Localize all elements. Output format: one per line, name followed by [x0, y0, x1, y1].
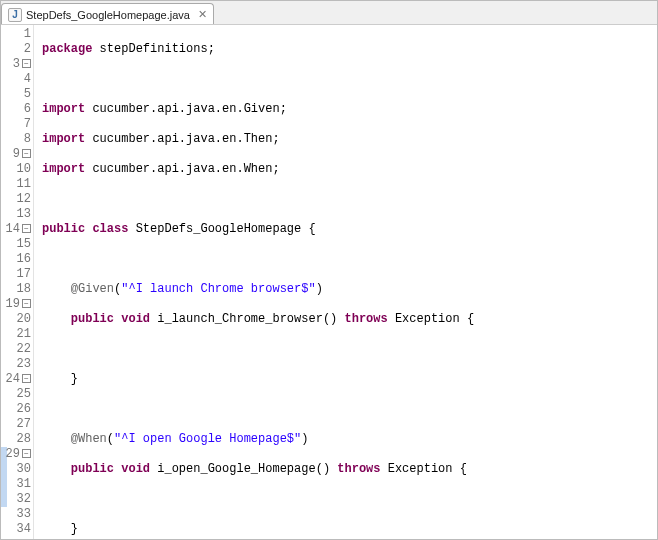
string-literal: "^I open Google Homepage$" — [114, 432, 301, 446]
keyword: import — [42, 162, 85, 176]
keyword: void — [121, 312, 150, 326]
tab-filename: StepDefs_GoogleHomepage.java — [26, 9, 190, 21]
code-text: StepDefs_GoogleHomepage { — [128, 222, 315, 236]
line-number: 17 — [15, 267, 31, 282]
line-number: 20 — [15, 312, 31, 327]
line-number: 23 — [15, 357, 31, 372]
fold-icon[interactable]: − — [22, 149, 31, 158]
close-icon[interactable]: ✕ — [198, 8, 207, 21]
keyword: public — [71, 312, 114, 326]
line-number-gutter: 1 2 3− 4 5 6 7 8 9− 10 11 12 13 14− 15 1… — [1, 25, 33, 539]
line-number: 16 — [15, 252, 31, 267]
keyword: throws — [337, 462, 380, 476]
annotation: @Given — [71, 282, 114, 296]
line-number: 25 — [15, 387, 31, 402]
line-number: 4 — [15, 72, 31, 87]
keyword: public — [71, 462, 114, 476]
fold-icon[interactable]: − — [22, 59, 31, 68]
line-number: 26 — [15, 402, 31, 417]
line-number: 30 — [15, 462, 31, 477]
line-number: 34 — [15, 522, 31, 537]
keyword: package — [42, 42, 92, 56]
line-number: 14 — [4, 222, 20, 237]
editor-tab[interactable]: J StepDefs_GoogleHomepage.java ✕ — [1, 3, 214, 24]
code-text: Exception { — [388, 312, 474, 326]
editor-tab-bar: J StepDefs_GoogleHomepage.java ✕ — [1, 1, 657, 25]
line-number: 13 — [15, 207, 31, 222]
code-text: } — [71, 522, 78, 536]
line-number: 10 — [15, 162, 31, 177]
code-editor[interactable]: 1 2 3− 4 5 6 7 8 9− 10 11 12 13 14− 15 1… — [1, 25, 657, 539]
code-text: Exception { — [381, 462, 467, 476]
line-number: 32 — [15, 492, 31, 507]
java-file-icon: J — [8, 8, 22, 22]
code-text: cucumber.api.java.en.Given; — [85, 102, 287, 116]
line-number: 1 — [15, 27, 31, 42]
line-number: 5 — [15, 87, 31, 102]
line-number: 33 — [15, 507, 31, 522]
code-text: ) — [301, 432, 308, 446]
line-number: 29 — [4, 447, 20, 462]
string-literal: "^I launch Chrome browser$" — [121, 282, 315, 296]
line-number: 21 — [15, 327, 31, 342]
code-text: cucumber.api.java.en.Then; — [85, 132, 279, 146]
line-number: 11 — [15, 177, 31, 192]
line-number: 3 — [4, 57, 20, 72]
line-number: 24 — [4, 372, 20, 387]
line-number: 2 — [15, 42, 31, 57]
code-text: i_open_Google_Homepage() — [150, 462, 337, 476]
line-number: 9 — [4, 147, 20, 162]
code-text: stepDefinitions; — [92, 42, 214, 56]
line-number: 22 — [15, 342, 31, 357]
code-text: cucumber.api.java.en.When; — [85, 162, 279, 176]
keyword: class — [92, 222, 128, 236]
fold-icon[interactable]: − — [22, 374, 31, 383]
line-number: 18 — [15, 282, 31, 297]
line-number: 19 — [4, 297, 20, 312]
line-number: 27 — [15, 417, 31, 432]
line-number: 8 — [15, 132, 31, 147]
code-text: i_launch_Chrome_browser() — [150, 312, 344, 326]
keyword: void — [121, 462, 150, 476]
line-number: 15 — [15, 237, 31, 252]
annotation: @When — [71, 432, 107, 446]
keyword: public — [42, 222, 85, 236]
line-number: 31 — [15, 477, 31, 492]
code-text: } — [71, 372, 78, 386]
fold-icon[interactable]: − — [22, 299, 31, 308]
keyword: import — [42, 132, 85, 146]
code-text: ( — [107, 432, 114, 446]
line-number: 6 — [15, 102, 31, 117]
fold-icon[interactable]: − — [22, 224, 31, 233]
keyword: import — [42, 102, 85, 116]
code-area[interactable]: package stepDefinitions; import cucumber… — [33, 25, 657, 539]
fold-icon[interactable]: − — [22, 449, 31, 458]
keyword: throws — [344, 312, 387, 326]
line-number: 12 — [15, 192, 31, 207]
line-number: 28 — [15, 432, 31, 447]
line-number: 7 — [15, 117, 31, 132]
code-text: ) — [316, 282, 323, 296]
